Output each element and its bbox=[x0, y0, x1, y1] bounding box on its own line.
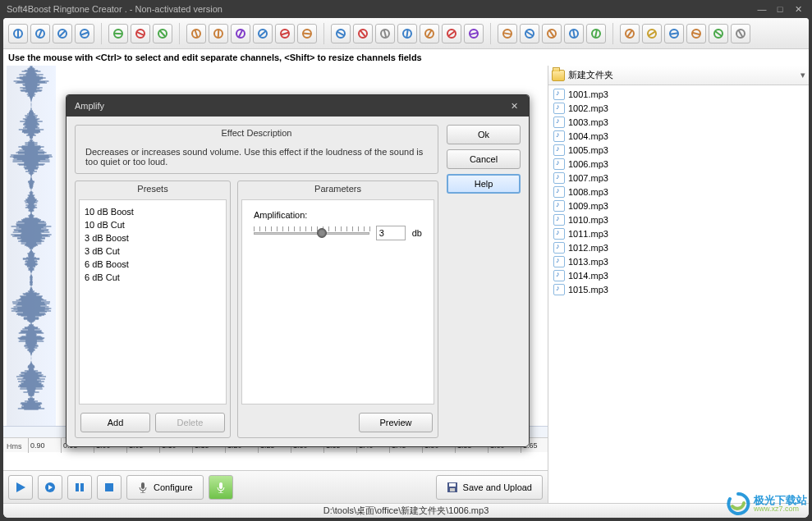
status-path: D:\tools\桌面\office\新建文件夹\1006.mp3 bbox=[323, 505, 489, 517]
file-name: 1011.mp3 bbox=[568, 229, 608, 239]
file-item[interactable]: 1008.mp3 bbox=[548, 185, 809, 199]
toolbar-eq1-button[interactable] bbox=[464, 24, 484, 43]
preset-item[interactable]: 10 dB Boost bbox=[85, 205, 221, 218]
toolbar-undo-button[interactable] bbox=[108, 24, 128, 43]
toolbar-refresh-button[interactable] bbox=[709, 24, 728, 43]
preset-item[interactable]: 6 dB Cut bbox=[85, 271, 221, 284]
presets-list[interactable]: 10 dB Boost10 dB Cut3 dB Boost3 dB Cut6 … bbox=[79, 199, 227, 404]
delete-icon bbox=[134, 27, 147, 40]
toolbar-play-sel-button[interactable] bbox=[275, 24, 295, 43]
dialog-titlebar[interactable]: Amplify ✕ bbox=[67, 95, 529, 117]
toolbar-zoom-in-button[interactable] bbox=[8, 24, 28, 43]
preset-item[interactable]: 10 dB Cut bbox=[85, 218, 221, 231]
toolbar-redo-button[interactable] bbox=[153, 24, 172, 43]
ruler-tick: 0.90 bbox=[28, 438, 45, 453]
record-button[interactable] bbox=[209, 475, 233, 500]
help-button[interactable]: Help bbox=[447, 174, 521, 194]
toolbar-player-button[interactable] bbox=[331, 24, 351, 43]
svg-rect-57 bbox=[692, 31, 700, 34]
toolbar-fade-in-button[interactable] bbox=[186, 24, 206, 43]
cd-icon bbox=[667, 27, 681, 40]
toolbar-pencil-button[interactable] bbox=[620, 24, 640, 43]
toolbar-monitor-button[interactable] bbox=[520, 24, 539, 43]
preset-item[interactable]: 3 dB Cut bbox=[85, 245, 221, 258]
close-button[interactable]: ✕ bbox=[791, 3, 805, 15]
presets-panel: Presets 10 dB Boost10 dB Cut3 dB Boost3 … bbox=[75, 181, 231, 438]
parameters-title: Parameters bbox=[238, 181, 438, 196]
file-item[interactable]: 1015.mp3 bbox=[548, 282, 809, 296]
toolbar-eq2-button[interactable] bbox=[498, 24, 517, 43]
amplification-slider[interactable] bbox=[254, 225, 369, 241]
file-item[interactable]: 1014.mp3 bbox=[548, 268, 809, 282]
configure-button[interactable]: Configure bbox=[126, 475, 204, 500]
dialog-close-button[interactable]: ✕ bbox=[507, 99, 521, 112]
file-item[interactable]: 1004.mp3 bbox=[548, 129, 809, 143]
file-item[interactable]: 1003.mp3 bbox=[548, 115, 809, 129]
toolbar-zoom-100-button[interactable] bbox=[75, 24, 94, 43]
file-name: 1006.mp3 bbox=[568, 159, 608, 169]
folder-bar[interactable]: 新建文件夹 ▾ bbox=[548, 66, 809, 85]
watermark-en: www.xz7.com bbox=[754, 505, 807, 513]
preview-button[interactable]: Preview bbox=[359, 413, 433, 432]
toolbar-cd-button[interactable] bbox=[664, 24, 684, 43]
ok-button[interactable]: Ok bbox=[447, 125, 521, 144]
toolbar-palette-button[interactable] bbox=[686, 24, 706, 43]
convert-icon bbox=[401, 27, 414, 40]
toolbar-gear-button[interactable] bbox=[731, 24, 750, 43]
cancel-button[interactable]: Cancel bbox=[447, 149, 521, 169]
eq2-icon bbox=[501, 27, 514, 40]
toolbar-fade-out-button[interactable] bbox=[209, 24, 228, 43]
file-list[interactable]: 1001.mp31002.mp31003.mp31004.mp31005.mp3… bbox=[548, 85, 809, 503]
toolbar-theme1-button[interactable] bbox=[542, 24, 562, 43]
toolbar-key-button[interactable] bbox=[642, 24, 662, 43]
preset-item[interactable]: 3 dB Boost bbox=[85, 231, 221, 245]
file-item[interactable]: 1005.mp3 bbox=[548, 143, 809, 157]
mic-icon bbox=[137, 482, 149, 493]
status-bar: D:\tools\桌面\office\新建文件夹\1006.mp3 bbox=[3, 503, 809, 518]
file-item[interactable]: 1012.mp3 bbox=[548, 240, 809, 254]
file-item[interactable]: 1007.mp3 bbox=[548, 171, 809, 185]
preset-add-button[interactable]: Add bbox=[80, 413, 150, 432]
waveform-strip bbox=[7, 66, 56, 437]
toolbar-convert-button[interactable] bbox=[397, 24, 417, 43]
slider-thumb[interactable] bbox=[317, 228, 327, 238]
toolbar-panel-button[interactable] bbox=[586, 24, 606, 43]
save-upload-button[interactable]: Save and Upload bbox=[436, 475, 543, 500]
toolbar-zoom-out-button[interactable] bbox=[30, 24, 50, 43]
file-item[interactable]: 1013.mp3 bbox=[548, 254, 809, 268]
dropdown-icon[interactable]: ▾ bbox=[801, 70, 805, 80]
toolbar-theme2-button[interactable] bbox=[564, 24, 584, 43]
stop-button[interactable] bbox=[97, 475, 122, 500]
toolbar-voice-button[interactable] bbox=[297, 24, 317, 43]
preset-delete-button[interactable]: Delete bbox=[155, 413, 225, 432]
svg-rect-49 bbox=[594, 29, 598, 37]
parameters-panel: Parameters Amplification: bbox=[237, 181, 438, 438]
file-item[interactable]: 1001.mp3 bbox=[548, 87, 809, 101]
loop-button[interactable] bbox=[38, 475, 62, 500]
svg-rect-67 bbox=[105, 483, 113, 491]
svg-rect-33 bbox=[406, 29, 408, 37]
play-button[interactable] bbox=[8, 475, 33, 500]
file-item[interactable]: 1010.mp3 bbox=[548, 213, 809, 226]
audio-file-icon bbox=[553, 256, 565, 267]
toolbar-filters-button[interactable] bbox=[375, 24, 395, 43]
file-name: 1009.mp3 bbox=[568, 201, 608, 211]
toolbar-delete-button[interactable] bbox=[131, 24, 150, 43]
toolbar-zoom-sel-button[interactable] bbox=[53, 24, 72, 43]
file-item[interactable]: 1011.mp3 bbox=[548, 226, 809, 240]
file-item[interactable]: 1006.mp3 bbox=[548, 157, 809, 171]
toolbar-magnet-button[interactable] bbox=[442, 24, 461, 43]
watermark-logo-icon bbox=[726, 491, 750, 516]
preset-item[interactable]: 6 dB Boost bbox=[85, 258, 221, 271]
amplification-value-input[interactable] bbox=[376, 226, 406, 240]
minimize-button[interactable]: — bbox=[755, 3, 769, 15]
toolbar-reverse-button[interactable] bbox=[253, 24, 273, 43]
file-item[interactable]: 1009.mp3 bbox=[548, 199, 809, 213]
toolbar-fx1-button[interactable] bbox=[420, 24, 439, 43]
toolbar-plus-button[interactable] bbox=[353, 24, 373, 43]
toolbar-normalize-button[interactable] bbox=[231, 24, 250, 43]
pause-button[interactable] bbox=[67, 475, 92, 500]
maximize-button[interactable]: □ bbox=[773, 3, 787, 15]
file-name: 1003.mp3 bbox=[568, 117, 608, 127]
file-item[interactable]: 1002.mp3 bbox=[548, 101, 809, 115]
